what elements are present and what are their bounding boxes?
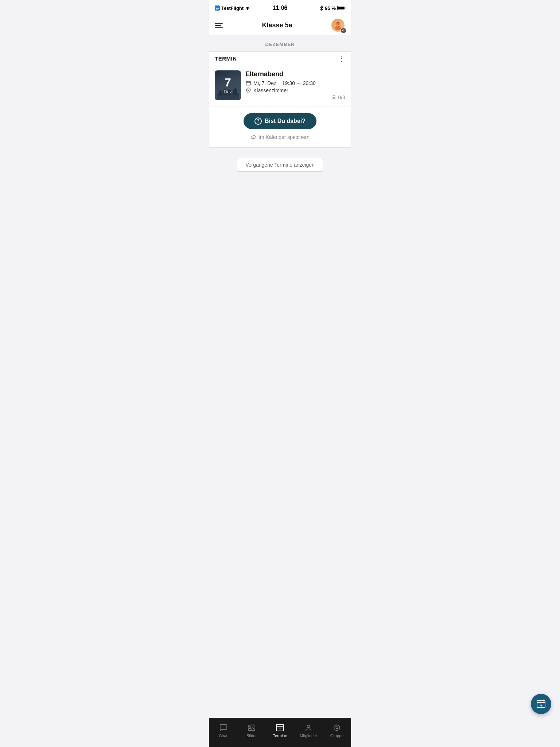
- section-title: TERMIN: [215, 55, 237, 62]
- wifi-icon: [245, 6, 250, 10]
- event-right-col: 0/3: [331, 70, 345, 100]
- past-events-area: Vergangene Termine anzeigen: [209, 148, 351, 182]
- battery-percent: 95 %: [325, 5, 336, 11]
- svg-point-6: [219, 90, 222, 96]
- event-thumbnail[interactable]: 7 Dez: [215, 70, 241, 100]
- location-icon: [245, 88, 251, 93]
- attendee-icon: [331, 94, 337, 100]
- event-date-row: Mi, 7. Dez 19:30 → 20:30: [245, 80, 327, 86]
- action-row: ? Bist Du dabei? Im Kalender speichern: [209, 106, 351, 147]
- svg-point-14: [248, 89, 249, 90]
- bist-du-dabei-button[interactable]: ? Bist Du dabei?: [244, 113, 316, 129]
- attendee-count: 0/3: [331, 94, 345, 100]
- save-cal-label: Im Kalender speichern: [258, 134, 310, 140]
- calendar-meta-icon: [245, 80, 251, 86]
- app-name-label: TestFlight: [221, 5, 244, 11]
- event-time-label: 19:30 → 20:30: [282, 80, 316, 86]
- event-date-label: Mi, 7. Dez: [253, 80, 276, 86]
- status-app-name: TF TestFlight: [215, 5, 250, 11]
- empty-content-area: [209, 182, 351, 328]
- svg-text:TF: TF: [215, 7, 219, 10]
- svg-point-2: [247, 9, 248, 10]
- event-day: 7: [225, 77, 231, 88]
- save-calendar-button[interactable]: Im Kalender speichern: [250, 134, 310, 140]
- event-card: 7 Dez Elternabend Mi, 7. Dez: [209, 65, 351, 106]
- event-name: Elternabend: [245, 70, 327, 78]
- svg-rect-10: [246, 81, 250, 85]
- event-month: Dez: [223, 89, 232, 94]
- more-options-button[interactable]: ⋮: [338, 55, 345, 62]
- svg-point-9: [233, 88, 237, 96]
- svg-point-15: [333, 96, 335, 98]
- event-location-row: Klassenzimmer: [245, 88, 327, 93]
- bluetooth-icon: [320, 5, 323, 11]
- battery-icon: [337, 6, 345, 10]
- cloud-save-icon: [250, 134, 256, 140]
- attendee-label: 0/3: [338, 94, 345, 100]
- status-time: 11:06: [273, 5, 288, 11]
- status-right: 95 %: [320, 5, 345, 11]
- month-label: DEZEMBER: [209, 35, 351, 51]
- question-icon: ?: [254, 117, 262, 125]
- section-header: TERMIN ⋮: [209, 51, 351, 65]
- testflight-icon: TF: [215, 5, 220, 11]
- status-bar: TF TestFlight 11:06 95 %: [209, 0, 351, 16]
- event-details: Elternabend Mi, 7. Dez 19:30 → 20:30: [245, 70, 327, 93]
- past-events-button[interactable]: Vergangene Termine anzeigen: [237, 158, 323, 172]
- hamburger-menu[interactable]: [215, 23, 223, 28]
- page-title: Klasse 5a: [262, 22, 292, 29]
- settings-badge: ⚙: [341, 28, 346, 33]
- avatar-container[interactable]: ⚙: [331, 19, 345, 32]
- bist-du-dabei-label: Bist Du dabei?: [265, 118, 306, 124]
- header: Klasse 5a ⚙: [209, 16, 351, 35]
- svg-point-4: [335, 26, 341, 30]
- event-location: Klassenzimmer: [253, 88, 288, 93]
